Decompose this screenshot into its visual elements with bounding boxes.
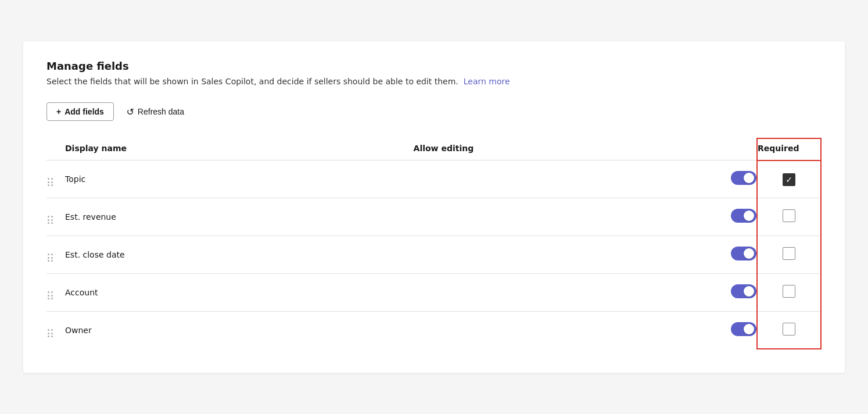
refresh-icon: ↻ [127, 106, 134, 117]
required-checkbox[interactable] [783, 173, 795, 186]
table-row: Account [46, 274, 821, 312]
drag-dots-icon [46, 290, 54, 301]
allow-editing-cell [414, 198, 757, 236]
allow-editing-toggle[interactable] [731, 171, 756, 185]
field-display-name: Account [65, 274, 414, 312]
drag-dots-icon [46, 252, 54, 263]
fields-table: Display name Allow editing Required Topi… [46, 138, 822, 350]
drag-dots-icon [46, 328, 54, 338]
drag-handle[interactable] [46, 160, 65, 198]
toggle-track [731, 322, 756, 336]
allow-editing-cell [414, 236, 757, 274]
required-checkbox[interactable] [783, 285, 795, 298]
learn-more-link[interactable]: Learn more [464, 77, 510, 86]
field-display-name: Topic [65, 160, 414, 198]
allow-editing-toggle[interactable] [731, 284, 756, 298]
drag-handle[interactable] [46, 236, 65, 274]
toggle-thumb [744, 324, 754, 334]
required-cell [757, 274, 821, 312]
drag-dots-icon [46, 215, 54, 225]
toggle-thumb [744, 286, 754, 297]
allow-editing-toggle[interactable] [731, 322, 756, 336]
drag-handle[interactable] [46, 198, 65, 236]
allow-editing-toggle[interactable] [731, 247, 756, 260]
required-cell [757, 198, 821, 236]
drag-handle[interactable] [46, 312, 65, 349]
field-display-name: Est. close date [65, 236, 414, 274]
toggle-track [731, 284, 756, 298]
toolbar: + Add fields ↻ Refresh data [46, 102, 822, 122]
plus-icon: + [56, 107, 61, 116]
required-cell [757, 160, 821, 198]
allow-editing-cell [414, 312, 757, 349]
required-cell [757, 312, 821, 349]
field-display-name: Owner [65, 312, 414, 349]
table-row: Est. close date [46, 236, 821, 274]
page-subtitle: Select the fields that will be shown in … [46, 77, 822, 86]
toggle-thumb [744, 173, 754, 183]
page-title: Manage fields [46, 60, 822, 72]
field-display-name: Est. revenue [65, 198, 414, 236]
table-row: Est. revenue [46, 198, 821, 236]
required-checkbox[interactable] [783, 323, 795, 336]
col-display-name: Display name [65, 138, 414, 160]
toggle-thumb [744, 210, 754, 221]
drag-handle[interactable] [46, 274, 65, 312]
drag-dots-icon [46, 177, 54, 187]
manage-fields-card: Manage fields Select the fields that wil… [23, 41, 845, 373]
required-checkbox[interactable] [783, 247, 795, 260]
allow-editing-toggle[interactable] [731, 209, 756, 223]
allow-editing-cell [414, 274, 757, 312]
toggle-track [731, 247, 756, 260]
allow-editing-cell [414, 160, 757, 198]
col-allow-editing: Allow editing [414, 138, 757, 160]
required-cell [757, 236, 821, 274]
toggle-thumb [744, 248, 754, 259]
toggle-track [731, 171, 756, 185]
toggle-track [731, 209, 756, 223]
add-fields-button[interactable]: + Add fields [46, 102, 114, 121]
refresh-data-button[interactable]: ↻ Refresh data [121, 102, 190, 122]
required-checkbox[interactable] [783, 209, 795, 222]
table-row: Topic [46, 160, 821, 198]
table-row: Owner [46, 312, 821, 349]
col-required: Required [757, 138, 821, 160]
